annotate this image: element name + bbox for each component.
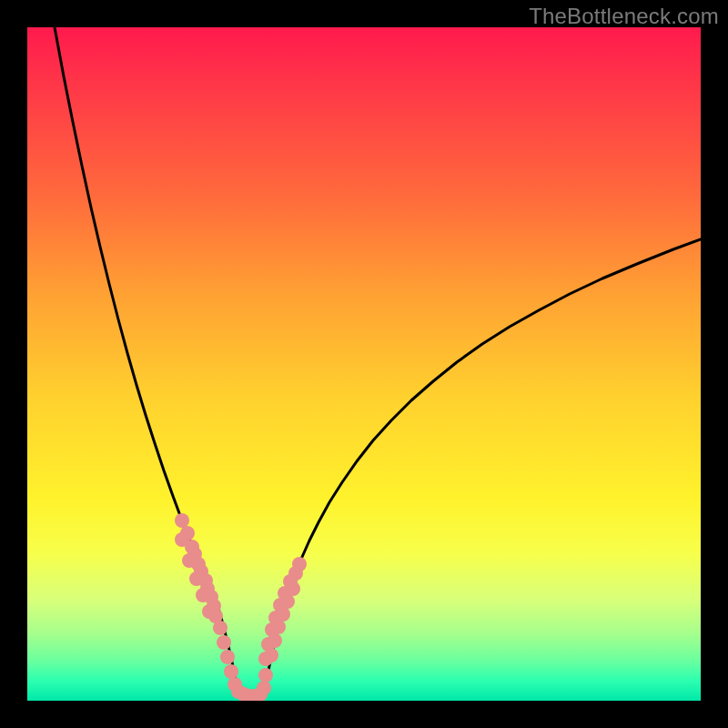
bottom-dot [224, 664, 238, 679]
right-dot [276, 607, 290, 622]
bottom-dot [257, 681, 271, 695]
left-dot [175, 513, 189, 528]
bottom-dot [213, 621, 228, 635]
bottom-dot [220, 650, 235, 664]
curve-right-branch [264, 239, 701, 693]
right-dot [292, 557, 307, 571]
plot-area [27, 27, 701, 701]
curve-group [55, 27, 701, 696]
chart-frame: TheBottleneck.com [0, 0, 728, 728]
dot-group [175, 513, 307, 701]
bottom-dot [217, 635, 231, 650]
watermark-label: TheBottleneck.com [529, 4, 719, 29]
right-dot [268, 633, 282, 648]
right-dot [264, 648, 278, 662]
right-dot [280, 594, 295, 609]
right-dot [271, 620, 286, 634]
chart-svg [27, 27, 701, 701]
bottom-dot [258, 668, 273, 682]
right-dot [286, 581, 300, 596]
